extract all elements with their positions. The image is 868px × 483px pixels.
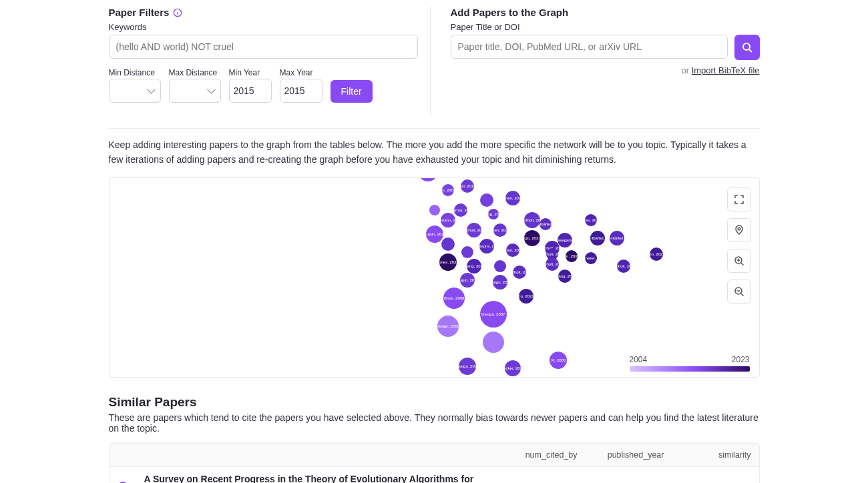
import-row: or Import BibTeX file: [451, 65, 760, 75]
search-icon: [742, 42, 752, 53]
graph-node[interactable]: Bai, 2014: [461, 179, 474, 193]
graph-node[interactable]: López-Ibáñez, 2021: [590, 231, 605, 246]
graph-node[interactable]: Yu, 2008: [442, 184, 454, 196]
graph-node[interactable]: Sudholt, 2018: [617, 260, 630, 273]
graph-panel[interactable]: Bai, 2014Yu, 2008Chen, 2020Sharma, 2021Y…: [109, 177, 760, 378]
legend-min-year: 2004: [630, 355, 648, 364]
graph-node[interactable]: Neumann, 2013: [441, 213, 455, 227]
graph-node[interactable]: Chandrasegaran, 2021: [558, 233, 572, 248]
graph-node[interactable]: [494, 260, 506, 272]
graph-node[interactable]: Qiu, 2023: [650, 248, 663, 261]
paper-search-input[interactable]: [451, 35, 728, 59]
filter-button[interactable]: Filter: [331, 80, 373, 103]
graph-node[interactable]: Design, 2007: [480, 301, 507, 328]
graph-node[interactable]: Zheng, 2021: [467, 259, 481, 274]
min-year-input[interactable]: [229, 79, 272, 103]
cell-num-cited-by: 0: [499, 467, 586, 483]
max-year-label: Max Year: [280, 68, 322, 77]
expand-icon: [734, 194, 744, 205]
graph-node[interactable]: [461, 246, 473, 258]
graph-node[interactable]: Qu, 2021: [524, 230, 540, 246]
locate-button[interactable]: [727, 218, 751, 242]
similar-papers-description: These are papers which tend to cite the …: [109, 412, 760, 434]
graph-node[interactable]: López-Ibáñez, 2013: [610, 231, 624, 246]
max-distance-select[interactable]: [169, 79, 221, 103]
min-distance-label: Min Distance: [109, 68, 161, 77]
graph-node[interactable]: Qu, 2022: [566, 250, 578, 262]
graph-node[interactable]: Guipin, 2020: [460, 273, 475, 288]
paper-title-link[interactable]: A Survey on Recent Progress in the Theor…: [144, 474, 491, 483]
info-icon: [173, 8, 182, 17]
cell-published-year: 2020: [586, 467, 672, 483]
graph-node[interactable]: Kämmerer, 2022: [585, 252, 597, 264]
graph-node[interactable]: Sudholt, 2023: [513, 266, 526, 279]
graph-node[interactable]: Sudholt, 2022: [546, 258, 559, 271]
col-similarity[interactable]: similarity: [672, 444, 759, 466]
graph-node[interactable]: Chen, 2020: [506, 244, 519, 257]
graph-node[interactable]: Sharma, 2021: [454, 203, 467, 217]
graph-node[interactable]: Design, 2006: [437, 316, 459, 337]
svg-line-11: [741, 294, 744, 296]
section-divider: [109, 128, 760, 129]
min-year-label: Min Year: [229, 68, 272, 77]
graph-node[interactable]: Huang, 2023: [558, 270, 572, 283]
svg-point-5: [738, 228, 740, 231]
import-bibtex-link[interactable]: Import BibTeX file: [692, 65, 760, 75]
graph-node[interactable]: Chen, 2020: [505, 191, 520, 205]
graph-node[interactable]: Design, 2011: [459, 358, 476, 375]
graph-node[interactable]: Yang, 2021: [488, 209, 499, 219]
graph-node[interactable]: [441, 237, 455, 251]
graph-node[interactable]: Xi, 2006: [550, 352, 567, 369]
keywords-label: Keywords: [109, 22, 418, 32]
add-papers-heading: Add Papers to the Graph: [451, 7, 760, 18]
graph-node[interactable]: [429, 205, 440, 215]
svg-point-2: [178, 10, 178, 11]
graph-node[interactable]: [480, 193, 493, 207]
graph-node[interactable]: Design, 2021: [493, 275, 507, 290]
similar-papers-heading: Similar Papers: [109, 395, 760, 410]
zoom-in-icon: [734, 256, 744, 266]
min-distance-select[interactable]: [109, 79, 161, 103]
max-distance-label: Max Distance: [169, 68, 221, 77]
paper-title-doi-label: Paper Title or DOI: [451, 22, 760, 32]
cell-similarity: 3.011091: [672, 467, 759, 483]
table-row: A Survey on Recent Progress in the Theor…: [110, 467, 759, 483]
zoom-in-button[interactable]: [727, 249, 751, 273]
legend-gradient-bar: [630, 366, 750, 372]
keywords-input[interactable]: [109, 35, 418, 59]
graph-node[interactable]: [419, 177, 437, 181]
year-legend: 2004 2023: [630, 355, 750, 372]
legend-max-year: 2023: [732, 355, 750, 364]
instructions-text: Keep adding interesting papers to the gr…: [109, 138, 760, 167]
location-pin-icon: [734, 225, 744, 235]
graph-node[interactable]: Jacksons, 2022: [479, 239, 494, 254]
similar-papers-table: num_cited_by published_year similarity A…: [109, 443, 760, 483]
graph-node[interactable]: Do, 2021: [519, 289, 533, 304]
search-button[interactable]: [734, 35, 760, 60]
graph-node[interactable]: Boss, 2023: [585, 214, 597, 226]
paper-filters-heading: Paper Filters: [109, 7, 418, 18]
graph-node[interactable]: Jones, 2023: [439, 254, 457, 271]
max-year-input[interactable]: [280, 79, 322, 103]
svg-line-7: [741, 263, 744, 266]
graph-node[interactable]: Sudholt, 2013: [524, 212, 540, 228]
zoom-out-button[interactable]: [727, 280, 751, 304]
expand-button[interactable]: [727, 187, 751, 211]
col-published-year[interactable]: published_year: [586, 444, 672, 466]
graph-node[interactable]: Blum, 2008: [443, 288, 465, 309]
graph-node[interactable]: Sudholt, 2006: [467, 223, 481, 237]
graph-node[interactable]: Tucker, 2021: [505, 360, 521, 376]
graph-node[interactable]: López-Ibáñez, 2012: [539, 218, 552, 230]
svg-point-3: [743, 43, 750, 50]
svg-line-4: [749, 49, 752, 52]
zoom-out-icon: [734, 286, 744, 297]
graph-node[interactable]: [483, 332, 504, 353]
graph-node[interactable]: Chen, 2023: [493, 223, 507, 237]
col-num-cited-by[interactable]: num_cited_by: [499, 444, 586, 466]
graph-node[interactable]: Guipin, 2018: [426, 225, 443, 243]
